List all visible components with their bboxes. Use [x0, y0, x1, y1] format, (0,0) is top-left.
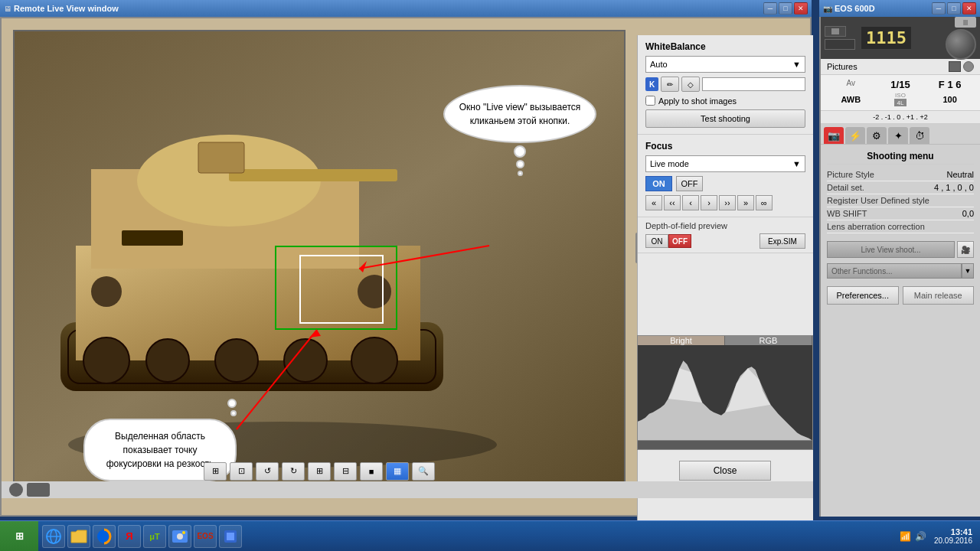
- lens-row[interactable]: Lens aberration correction: [827, 220, 974, 233]
- focus-far-far-btn[interactable]: «: [645, 195, 662, 210]
- shooting-menu-title: Shooting menu: [827, 148, 974, 165]
- toolbar-fullscreen-btn[interactable]: ⊞: [204, 462, 227, 481]
- dof-title: Depth-of-field preview: [645, 221, 805, 230]
- wb-dropdown-arrow: ▼: [792, 60, 801, 69]
- status-bar: [2, 481, 813, 498]
- detail-set-value: 4 , 1 , 0 , 0: [934, 183, 974, 192]
- focus-far-btn[interactable]: ‹‹: [664, 195, 681, 210]
- close-button[interactable]: Close: [679, 461, 771, 481]
- tab-flash[interactable]: ⚡: [845, 127, 865, 144]
- av-display: Av: [827, 79, 875, 90]
- liveshoot-button[interactable]: Live View shoot...: [827, 241, 955, 258]
- av-label: Av: [827, 79, 875, 87]
- svg-rect-8: [198, 142, 244, 173]
- other-functions-button[interactable]: Other Functions...: [827, 263, 962, 279]
- cam-mode-indicator: [825, 26, 846, 37]
- dof-section: Depth-of-field preview ON OFF Exp.SIM: [638, 217, 813, 253]
- taskbar-utorrent-icon[interactable]: μT: [143, 525, 166, 548]
- wb-apply-checkbox[interactable]: [645, 96, 655, 106]
- taskbar-eos-icon[interactable]: EOS: [194, 525, 217, 548]
- exp-sim-button[interactable]: Exp.SIM: [760, 233, 805, 249]
- focus-near-near-btn[interactable]: »: [737, 195, 754, 210]
- liveshoot-icon-btn[interactable]: 🎥: [957, 241, 974, 258]
- pictures-icon-2: [963, 61, 974, 72]
- focus-off-button[interactable]: OFF: [676, 176, 703, 191]
- focus-section: Focus Live mode ▼ ON OFF « ‹‹ ‹ › ›› » ∞: [638, 135, 813, 217]
- histogram-rgb-tab[interactable]: RGB: [725, 336, 812, 345]
- bottom-toolbar: ⊞ ⊡ ↺ ↻ ⊞ ⊟ ■ ▦ 🔍: [13, 458, 626, 484]
- toolbar-grid-btn[interactable]: ⊞: [308, 462, 331, 481]
- cam-minimize-button[interactable]: ─: [932, 2, 946, 15]
- wb-shift-row: WB SHIFT 0,0: [827, 207, 974, 220]
- taskbar-yandex-icon[interactable]: Я: [118, 525, 141, 548]
- taskbar-firefox-icon[interactable]: [93, 525, 116, 548]
- taskbar-ie-icon[interactable]: [42, 525, 65, 548]
- close-window-button[interactable]: ✕: [794, 2, 808, 15]
- test-shooting-button[interactable]: Test shooting: [645, 109, 805, 128]
- detail-set-label: Detail set.: [827, 183, 864, 192]
- liveview-titlebar: 🖥 Remote Live View window ─ □ ✕: [0, 0, 812, 17]
- camera-titlebar: 📷 EOS 600D ─ □ ✕: [819, 0, 980, 17]
- dof-off-button[interactable]: OFF: [668, 234, 691, 248]
- tab-camera[interactable]: 📷: [824, 127, 844, 144]
- svg-point-10: [83, 337, 129, 383]
- tab-timer[interactable]: ⏱: [910, 127, 929, 144]
- cam-close-button[interactable]: ✕: [962, 2, 976, 15]
- live-view-canvas: Окно "Live view" вызывается кликаньем эт…: [13, 30, 626, 485]
- other-functions-arrow[interactable]: ▼: [962, 263, 974, 279]
- liveshoot-row: Live View shoot... 🎥: [821, 237, 980, 262]
- cam-battery-indicator: [825, 39, 855, 50]
- cam-maximize-button[interactable]: □: [947, 2, 961, 15]
- speech-bubble-1: Окно "Live view" вызывается кликаньем эт…: [443, 85, 596, 176]
- shooting-menu-section: Shooting menu Picture Style Neutral Deta…: [821, 145, 980, 237]
- svg-point-15: [91, 276, 122, 307]
- histogram-bright-tab[interactable]: Bright: [638, 336, 725, 345]
- focus-right-btn[interactable]: ›: [701, 195, 717, 210]
- main-release-button[interactable]: Main release: [903, 286, 975, 305]
- liveshoot-label: Live View shoot...: [861, 246, 920, 254]
- dof-on-button[interactable]: ON: [645, 234, 668, 248]
- taskbar-app-icon[interactable]: [219, 525, 242, 548]
- svg-rect-7: [229, 169, 397, 181]
- toolbar-zoom-btn[interactable]: 🔍: [412, 462, 435, 481]
- toolbar-rotate-right-btn[interactable]: ↻: [282, 462, 305, 481]
- toolbar-fit-btn[interactable]: ⊡: [230, 462, 253, 481]
- focus-mode-dropdown[interactable]: Live mode ▼: [645, 155, 805, 172]
- focus-near-btn[interactable]: ››: [719, 195, 736, 210]
- focus-on-button[interactable]: ON: [645, 176, 672, 191]
- maximize-button[interactable]: □: [779, 2, 792, 15]
- wb-picker-btn[interactable]: ◇: [681, 77, 700, 92]
- wb-value-input[interactable]: [702, 77, 805, 91]
- start-button[interactable]: ⊞: [0, 521, 38, 552]
- toolbar-aspect-btn[interactable]: ■: [360, 462, 383, 481]
- camera-image: Окно "Live view" вызывается кликаньем эт…: [15, 31, 624, 484]
- camera-tabs: 📷 ⚡ ⚙ ✦ ⏱: [821, 124, 980, 145]
- status-icon-2[interactable]: [27, 483, 50, 497]
- preferences-row: Preferences... Main release: [821, 280, 980, 311]
- awb-value: AWB: [827, 95, 875, 104]
- svg-rect-30: [227, 533, 234, 540]
- toolbar-grid2-btn[interactable]: ⊟: [334, 462, 357, 481]
- focus-infinity-btn[interactable]: ∞: [756, 195, 773, 210]
- quality-indicator: ISO 4L: [877, 92, 925, 106]
- toolbar-active-btn[interactable]: ▦: [386, 462, 409, 481]
- minimize-button[interactable]: ─: [763, 2, 777, 15]
- register-row[interactable]: Register User Defined style: [827, 194, 974, 207]
- wb-pencil-btn[interactable]: ✏: [661, 77, 679, 92]
- preferences-button[interactable]: Preferences...: [827, 286, 899, 305]
- camera-mode-dial[interactable]: [946, 29, 976, 60]
- toolbar-rotate-left-btn[interactable]: ↺: [256, 462, 279, 481]
- pictures-label: Pictures: [827, 62, 858, 71]
- tab-settings[interactable]: ⚙: [867, 127, 887, 144]
- focus-left-btn[interactable]: ‹: [682, 195, 699, 210]
- status-icon-1[interactable]: [9, 483, 23, 497]
- focus-arrows: « ‹‹ ‹ › ›› » ∞: [645, 195, 805, 210]
- taskbar-clock: 13:41 20.09.2016: [934, 527, 972, 545]
- wb-mode-dropdown[interactable]: Auto ▼: [645, 56, 805, 73]
- taskbar-photo-icon[interactable]: [168, 525, 191, 548]
- taskbar-folder-icon[interactable]: [67, 525, 90, 548]
- tab-custom[interactable]: ✦: [888, 127, 908, 144]
- svg-point-13: [284, 339, 327, 382]
- aperture-value: F 1 6: [926, 79, 974, 90]
- svg-point-14: [351, 337, 397, 383]
